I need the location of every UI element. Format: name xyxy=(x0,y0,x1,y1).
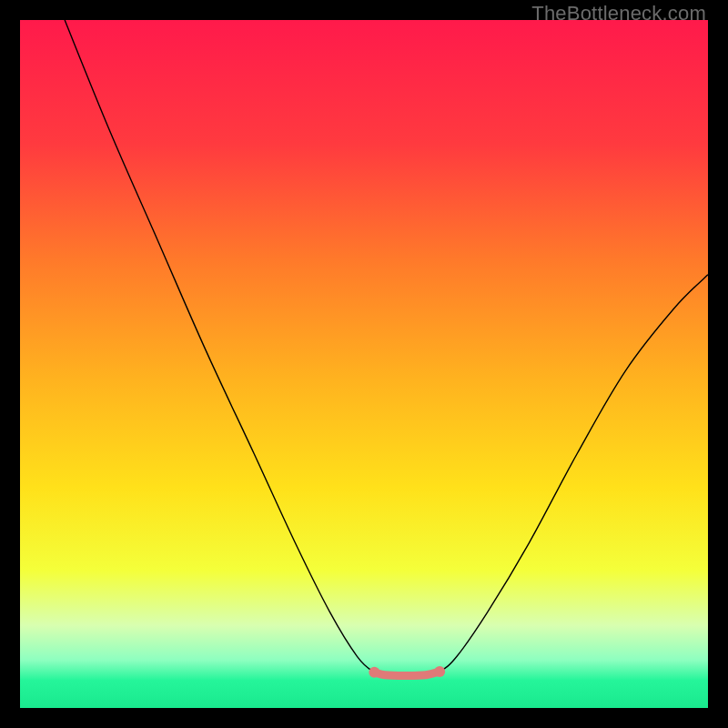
gradient-background xyxy=(20,20,708,708)
series-marker xyxy=(434,666,445,677)
series-optimal-segment xyxy=(374,672,440,676)
outer-frame: TheBottleneck.com xyxy=(0,0,728,728)
series-marker xyxy=(369,667,379,678)
chart-svg xyxy=(20,20,708,708)
chart-plot-area xyxy=(20,20,708,708)
